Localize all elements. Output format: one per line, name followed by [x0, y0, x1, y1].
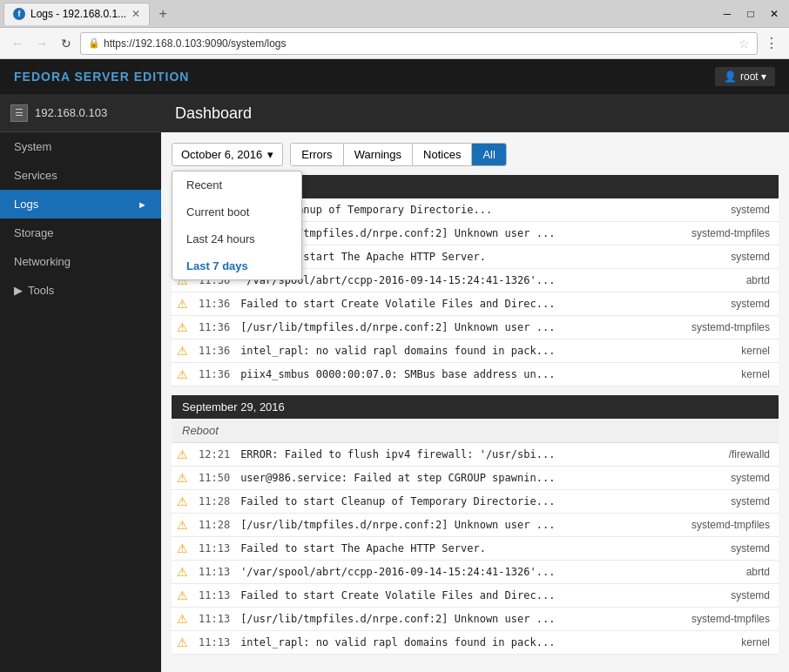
- tab-errors[interactable]: Errors: [291, 144, 343, 165]
- sidebar-item-logs-label: Logs: [14, 198, 38, 211]
- message-cell: ERROR: Failed to flush ipv4 firewall: '/…: [235, 443, 658, 467]
- log-section-sep29: September 29, 2016Reboot ⚠ 12:21 ERROR: …: [172, 395, 779, 655]
- dropdown-item-current-boot[interactable]: Current boot: [172, 198, 301, 225]
- date-dropdown-button[interactable]: October 6, 2016 ▾: [172, 143, 283, 166]
- sidebar-item-tools-label: Tools: [28, 284, 54, 297]
- reload-button[interactable]: ↻: [56, 33, 77, 54]
- dropdown-item-last-7d[interactable]: Last 7 days: [172, 252, 301, 279]
- table-row[interactable]: ⚠ 11:13 intel_rapl: no valid rapl domain…: [172, 631, 779, 655]
- warning-icon: ⚠: [172, 584, 193, 608]
- message-cell: piix4_smbus 0000:00:07.0: SMBus base add…: [235, 363, 658, 386]
- main-content: Dashboard October 6, 2016 ▾ Errors Warni…: [161, 94, 789, 672]
- maximize-button[interactable]: □: [739, 3, 762, 25]
- minimize-button[interactable]: ─: [716, 3, 738, 25]
- time-cell: 11:50: [193, 467, 235, 490]
- table-row[interactable]: ⚠ 11:28 [/usr/lib/tmpfiles.d/nrpe.conf:2…: [172, 514, 779, 537]
- warning-icon: ⚠: [172, 467, 193, 490]
- tab-favicon: f: [13, 8, 25, 20]
- host-icon: ☰: [10, 104, 28, 122]
- user-label: root ▾: [740, 71, 766, 83]
- unit-cell: systemd: [658, 198, 779, 222]
- unit-cell: /firewalld: [658, 443, 779, 467]
- tab-title: Logs - 192.168.0.1...: [30, 8, 126, 20]
- time-cell: 11:13: [193, 537, 235, 561]
- unit-cell: systemd-tmpfiles: [658, 316, 779, 339]
- unit-cell: systemd-tmpfiles: [658, 608, 779, 631]
- host-name: 192.168.0.103: [35, 106, 107, 119]
- dropdown-item-recent[interactable]: Recent: [172, 171, 301, 198]
- table-row[interactable]: ⚠ 11:36 [/usr/lib/tmpfiles.d/nrpe.conf:2…: [172, 316, 779, 339]
- table-row[interactable]: ⚠ 11:50 user@986.service: Failed at step…: [172, 467, 779, 490]
- sidebar-item-storage-label: Storage: [14, 226, 54, 239]
- address-bar[interactable]: 🔒 https://192.168.0.103:9090/system/logs…: [80, 32, 758, 55]
- unit-cell: systemd-tmpfiles: [658, 514, 779, 537]
- new-tab-button[interactable]: +: [152, 3, 174, 25]
- table-row[interactable]: ⚠ 11:13 Failed to start Create Volatile …: [172, 584, 779, 608]
- tab-close-button[interactable]: ✕: [132, 8, 140, 20]
- bookmark-icon[interactable]: ☆: [738, 37, 750, 50]
- forward-button[interactable]: →: [31, 33, 52, 54]
- sidebar-item-services-label: Services: [14, 169, 57, 182]
- table-row[interactable]: ⚠ 11:36 intel_rapl: no valid rapl domain…: [172, 339, 779, 363]
- warning-icon: ⚠: [172, 608, 193, 631]
- dropdown-item-last-24h[interactable]: Last 24 hours: [172, 225, 301, 252]
- table-row[interactable]: ⚠ 12:21 ERROR: Failed to flush ipv4 fire…: [172, 443, 779, 467]
- sidebar-item-system[interactable]: System: [0, 132, 161, 161]
- sidebar-host[interactable]: ☰ 192.168.0.103: [0, 94, 161, 132]
- unit-cell: abrtd: [658, 269, 779, 292]
- warning-icon: ⚠: [172, 292, 193, 316]
- user-menu-button[interactable]: 👤 root ▾: [715, 67, 775, 86]
- page-title: Dashboard: [175, 104, 252, 123]
- time-cell: 12:21: [193, 443, 235, 467]
- sidebar-item-tools[interactable]: ▶ Tools: [0, 276, 161, 305]
- app-header: FEDORA SERVER EDITION 👤 root ▾: [0, 59, 789, 94]
- browser-menu-button[interactable]: ⋮: [761, 33, 782, 54]
- close-button[interactable]: ✕: [763, 3, 786, 25]
- app-title-fedora: FEDORA: [14, 70, 71, 84]
- url-text: https://192.168.0.103:9090/system/logs: [104, 37, 286, 50]
- message-cell: user@986.service: Failed at step CGROUP …: [235, 467, 658, 490]
- message-cell: Failed to start Cleanup of Temporary Dir…: [235, 490, 658, 514]
- message-cell: [/usr/lib/tmpfiles.d/nrpe.conf:2] Unknow…: [235, 514, 658, 537]
- sidebar-item-networking[interactable]: Networking: [0, 247, 161, 276]
- warning-icon: ⚠: [172, 443, 193, 467]
- sidebar-item-logs[interactable]: Logs ►: [0, 190, 161, 218]
- table-row[interactable]: ⚠ 11:36 Failed to start Create Volatile …: [172, 292, 779, 316]
- unit-cell: kernel: [658, 631, 779, 655]
- ssl-lock-icon: 🔒: [88, 37, 100, 49]
- unit-cell: kernel: [658, 363, 779, 386]
- table-row[interactable]: ⚠ 11:13 Failed to start The Apache HTTP …: [172, 537, 779, 561]
- time-cell: 11:36: [193, 316, 235, 339]
- back-button[interactable]: ←: [7, 33, 28, 54]
- date-dropdown-menu: Recent Current boot Last 24 hours Last 7…: [172, 171, 302, 280]
- browser-tab[interactable]: f Logs - 192.168.0.1... ✕: [3, 3, 150, 25]
- tab-all[interactable]: All: [472, 144, 505, 165]
- table-row[interactable]: ⚠ 11:13 [/usr/lib/tmpfiles.d/nrpe.conf:2…: [172, 608, 779, 631]
- time-cell: 11:28: [193, 490, 235, 514]
- table-row[interactable]: ⚠ 11:28 Failed to start Cleanup of Tempo…: [172, 490, 779, 514]
- time-cell: 11:36: [193, 292, 235, 316]
- warning-icon: ⚠: [172, 490, 193, 514]
- table-row[interactable]: ⚠ 11:13 '/var/spool/abrt/ccpp-2016-09-14…: [172, 561, 779, 584]
- sidebar-item-storage[interactable]: Storage: [0, 218, 161, 247]
- unit-cell: kernel: [658, 339, 779, 363]
- message-cell: Failed to start Create Volatile Files an…: [235, 292, 658, 316]
- tab-notices[interactable]: Notices: [413, 144, 472, 165]
- sidebar-item-services[interactable]: Services: [0, 161, 161, 190]
- content-area[interactable]: October 6, 2016 ▾ Errors Warnings Notice…: [161, 132, 789, 672]
- sidebar-nav: System Services Logs ► Storage Networkin…: [0, 132, 161, 305]
- message-cell: intel_rapl: no valid rapl domains found …: [235, 631, 658, 655]
- tab-warnings[interactable]: Warnings: [344, 144, 413, 165]
- app-title-rest: SERVER EDITION: [71, 70, 190, 84]
- page-header: Dashboard: [161, 94, 789, 132]
- message-cell: [/usr/lib/tmpfiles.d/nrpe.conf:2] Unknow…: [235, 608, 658, 631]
- sidebar-item-system-label: System: [14, 140, 51, 153]
- unit-cell: systemd: [658, 245, 779, 269]
- time-cell: 11:13: [193, 631, 235, 655]
- window-controls: ─ □ ✕: [716, 3, 786, 25]
- table-row[interactable]: ⚠ 11:36 piix4_smbus 0000:00:07.0: SMBus …: [172, 363, 779, 386]
- time-cell: 11:36: [193, 363, 235, 386]
- unit-cell: systemd: [658, 467, 779, 490]
- warning-icon: ⚠: [172, 561, 193, 584]
- warning-icon: ⚠: [172, 339, 193, 363]
